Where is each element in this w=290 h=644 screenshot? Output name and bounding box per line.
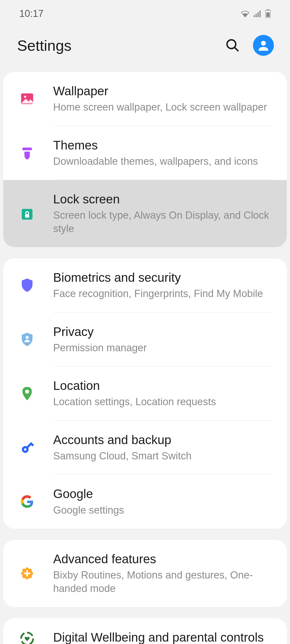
item-title: Wallpaper [53,84,271,98]
key-icon [19,439,35,456]
google-icon [19,493,35,510]
status-icons [241,9,271,18]
item-subtitle: Permission manager [53,341,271,354]
settings-item-lock-screen[interactable]: Lock screenScreen lock type, Always On D… [3,180,287,247]
item-title: Lock screen [53,192,271,207]
item-text: Lock screenScreen lock type, Always On D… [53,192,271,235]
item-subtitle: Screen lock type, Always On Display, and… [53,209,271,235]
item-title: Themes [53,138,271,153]
item-title: Accounts and backup [53,433,271,447]
page-title: Settings [17,37,71,54]
svg-rect-0 [254,15,255,17]
profile-button[interactable] [253,35,274,56]
item-subtitle: Home screen wallpaper, Lock screen wallp… [53,101,271,114]
svg-rect-6 [266,12,270,17]
battery-icon [265,9,271,18]
signal-icon [253,10,262,17]
item-text: WallpaperHome screen wallpaper, Lock scr… [53,84,271,114]
item-subtitle: Location settings, Location requests [53,395,271,408]
svg-point-17 [25,390,29,394]
item-text: GoogleGoogle settings [53,486,271,517]
svg-rect-15 [25,214,29,218]
item-title: Privacy [53,324,271,339]
settings-item-google[interactable]: GoogleGoogle settings [3,475,287,529]
brush-icon [19,145,35,161]
item-text: Advanced featuresBixby Routines, Motions… [53,552,271,595]
item-text: Accounts and backupSamsung Cloud, Smart … [53,433,271,463]
header: Settings [0,24,290,72]
settings-item-privacy[interactable]: PrivacyPermission manager [3,313,287,367]
item-subtitle: Bixby Routines, Motions and gestures, On… [53,569,271,595]
pin-icon [19,385,35,402]
item-text: PrivacyPermission manager [53,324,271,355]
settings-item-advanced-features[interactable]: Advanced featuresBixby Routines, Motions… [3,540,287,607]
item-subtitle: Google settings [53,504,271,517]
shield-person-icon [19,331,35,348]
settings-item-accounts-and-backup[interactable]: Accounts and backupSamsung Cloud, Smart … [3,421,287,475]
search-icon[interactable] [226,38,240,52]
settings-item-biometrics-and-security[interactable]: Biometrics and securityFace recognition,… [3,258,287,312]
item-subtitle: Downloadable themes, wallpapers, and ico… [53,155,271,168]
settings-group: Biometrics and securityFace recognition,… [3,258,287,529]
settings-item-digital-wellbeing-and-parental-controls[interactable]: Digital Wellbeing and parental controls [3,618,287,644]
settings-item-location[interactable]: LocationLocation settings, Location requ… [3,367,287,420]
item-text: ThemesDownloadable themes, wallpapers, a… [53,138,271,168]
item-title: Digital Wellbeing and parental controls [53,630,271,644]
settings-group: Digital Wellbeing and parental controls [3,618,287,644]
item-text: LocationLocation settings, Location requ… [53,378,271,409]
svg-line-8 [235,48,238,51]
item-title: Advanced features [53,552,271,566]
item-title: Google [53,486,271,501]
svg-point-9 [261,41,266,46]
plus-puzzle-icon [19,565,35,582]
item-text: Biometrics and securityFace recognition,… [53,270,271,301]
wellbeing-icon [19,630,35,644]
settings-item-wallpaper[interactable]: WallpaperHome screen wallpaper, Lock scr… [3,72,287,126]
svg-rect-2 [258,12,259,17]
status-bar: 10:17 [0,0,290,24]
wifi-icon [241,10,250,17]
svg-rect-12 [23,148,32,150]
svg-rect-1 [256,14,257,17]
settings-group: Advanced featuresBixby Routines, Motions… [3,540,287,607]
item-title: Location [53,378,271,393]
svg-point-11 [24,96,26,98]
svg-point-16 [26,336,29,339]
item-subtitle: Samsung Cloud, Smart Switch [53,449,271,463]
item-text: Digital Wellbeing and parental controls [53,630,271,644]
settings-item-themes[interactable]: ThemesDownloadable themes, wallpapers, a… [3,126,287,180]
status-time: 10:17 [19,8,44,19]
svg-rect-3 [259,10,260,17]
person-icon [257,39,270,52]
settings-group: WallpaperHome screen wallpaper, Lock scr… [3,72,287,247]
item-subtitle: Face recognition, Fingerprints, Find My … [53,287,271,300]
svg-point-7 [227,40,236,49]
shield-icon [19,277,35,294]
image-icon [19,90,35,107]
lock-icon [19,205,35,222]
item-title: Biometrics and security [53,270,271,285]
